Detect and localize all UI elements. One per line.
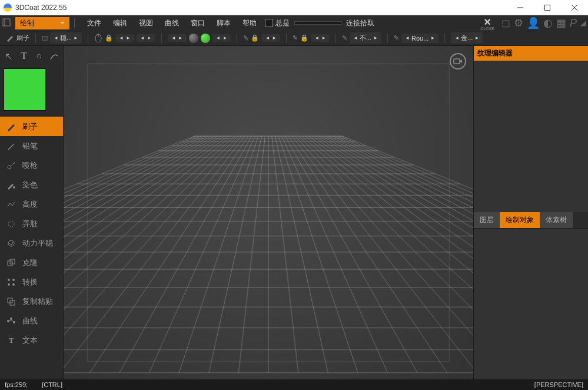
menu-window[interactable]: 窗口 — [187, 17, 208, 29]
lock-icon-3[interactable]: 🔒 — [300, 34, 308, 42]
nav-button-1[interactable] — [115, 34, 134, 42]
right-panel: 纹理编辑器 图层 绘制对象 体素树 — [473, 46, 588, 379]
texture-editor-header[interactable]: 纹理编辑器 — [474, 46, 588, 61]
rou-button[interactable]: Rou... — [401, 34, 438, 43]
gear-icon[interactable]: ⚙ — [514, 16, 523, 29]
fps-label: fps:259; — [5, 381, 28, 388]
always-dropdown[interactable] — [294, 21, 341, 25]
svg-rect-1 — [545, 5, 550, 10]
titlebar: 3DCoat 2022.55 — [0, 0, 588, 15]
close-button[interactable] — [561, 0, 588, 15]
always-checkbox[interactable] — [265, 19, 273, 27]
tab-paint-objects[interactable]: 绘制对象 — [500, 212, 540, 228]
camera-icon[interactable] — [450, 53, 466, 70]
transform-icon — [6, 277, 16, 287]
circle-icon[interactable]: ○ — [33, 49, 46, 63]
window-title: 3DCoat 2022.55 — [15, 4, 507, 12]
unknown-button[interactable]: 不... — [350, 32, 381, 44]
curve-icon[interactable] — [48, 49, 61, 63]
svg-point-16 — [8, 283, 10, 286]
lock-icon[interactable]: 🔒 — [105, 34, 113, 42]
svg-rect-23 — [454, 59, 460, 64]
tool-curves[interactable]: 曲线 — [0, 311, 63, 330]
tool-steady[interactable]: 动力平稳 — [0, 233, 63, 253]
tool-transform[interactable]: 转换 — [0, 272, 63, 292]
lock-icon-2[interactable]: 🔒 — [251, 34, 259, 42]
nav-button-2[interactable] — [137, 34, 155, 42]
nav-button-6[interactable] — [311, 34, 330, 42]
ctrl-label: [CTRL] — [42, 381, 62, 388]
tool-clone[interactable]: 克隆 — [0, 253, 63, 272]
more-icon[interactable]: ◢ — [580, 19, 586, 27]
pen-icon-1[interactable]: ✎ — [243, 34, 248, 42]
tab-voxel-tree[interactable]: 体素树 — [540, 212, 573, 228]
nav-button-4[interactable] — [212, 34, 231, 42]
perspective-label: [PERSPECTIVE] — [534, 381, 583, 388]
pen-icon-2[interactable]: ✎ — [293, 34, 298, 42]
menu-script[interactable]: 脚本 — [213, 17, 234, 29]
airbrush-icon — [6, 160, 16, 171]
gold-button[interactable]: 金... — [451, 32, 483, 44]
tool-copypaste[interactable]: 复制粘贴 — [0, 292, 63, 311]
svg-point-8 — [8, 166, 11, 169]
pickup-label[interactable]: 连接拾取 — [346, 18, 374, 28]
smudge-icon — [6, 219, 16, 229]
tool-airbrush[interactable]: 喷枪 — [0, 156, 63, 175]
window-controls — [507, 0, 588, 15]
globe-icon[interactable]: ◐ — [543, 16, 553, 29]
layers-icon[interactable]: ◫ — [42, 34, 48, 42]
cursor-icon[interactable]: ↖ — [2, 49, 15, 63]
statusbar: fps:259; [CTRL] [PERSPECTIVE] — [0, 379, 588, 390]
viewport[interactable] — [64, 46, 473, 379]
minimize-button[interactable] — [507, 0, 534, 15]
color-preview[interactable] — [0, 66, 63, 117]
sphere-gray-icon[interactable] — [189, 34, 198, 43]
tool-fill[interactable]: 染色 — [0, 175, 63, 194]
steady-icon — [6, 238, 16, 249]
tool-brush[interactable]: 刷子 — [0, 117, 63, 136]
pencil-icon — [6, 141, 16, 151]
copypaste-icon — [6, 296, 16, 307]
svg-point-17 — [12, 283, 15, 286]
tab-layers[interactable]: 图层 — [474, 212, 500, 228]
viewport-canvas — [64, 46, 473, 379]
left-panel: ↖ T ○ 刷子 铅笔 — [0, 46, 64, 379]
nav-button-5[interactable] — [261, 34, 280, 42]
texture-editor-body — [474, 61, 588, 212]
mouse-icon[interactable] — [94, 33, 102, 44]
panel-tabs: 图层 绘制对象 体素树 — [474, 212, 588, 229]
person-icon[interactable]: 👤 — [527, 16, 540, 29]
menu-help[interactable]: 帮助 — [239, 17, 260, 29]
grid-icon[interactable]: ▦ — [556, 16, 566, 29]
menu-file[interactable]: 文件 — [84, 17, 105, 29]
brush-icon — [6, 34, 14, 43]
menu-view[interactable]: 视图 — [135, 17, 157, 29]
fill-icon — [6, 180, 16, 190]
curves-icon — [6, 316, 16, 326]
height-icon — [6, 199, 16, 210]
camera-frame-icon[interactable]: ◻ — [501, 16, 510, 29]
brush-icon — [6, 121, 16, 132]
tool-smudge[interactable]: 弄脏 — [0, 214, 63, 233]
clone-icon — [6, 257, 16, 268]
nav-button-3[interactable] — [168, 34, 187, 42]
menu-curves[interactable]: 曲线 — [161, 17, 182, 29]
svg-rect-4 — [3, 19, 10, 26]
steady-button[interactable]: 稳... — [50, 32, 82, 44]
tool-pencil[interactable]: 铅笔 — [0, 136, 63, 156]
toolbar: 刷子 ◫ 稳... 🔒 ✎ 🔒 — [0, 31, 588, 46]
tool-text[interactable]: T 文本 — [0, 330, 63, 350]
tool-list: 刷子 铅笔 喷枪 染色 高度 — [0, 117, 63, 379]
panel-toggle-icon[interactable] — [2, 18, 11, 28]
pen-icon-3[interactable]: ✎ — [342, 34, 347, 42]
brush-label[interactable]: 刷子 — [16, 34, 29, 42]
menu-edit[interactable]: 编辑 — [109, 17, 131, 29]
p-icon[interactable]: P — [570, 17, 577, 29]
maximize-button[interactable] — [534, 0, 561, 15]
sphere-green-icon[interactable] — [201, 34, 210, 43]
svg-point-9 — [13, 186, 15, 189]
mode-selector[interactable]: 绘制 — [15, 17, 69, 29]
text-t-icon[interactable]: T — [18, 49, 31, 63]
pen-icon-4[interactable]: ✎ — [394, 34, 399, 42]
tool-height[interactable]: 高度 — [0, 194, 63, 214]
